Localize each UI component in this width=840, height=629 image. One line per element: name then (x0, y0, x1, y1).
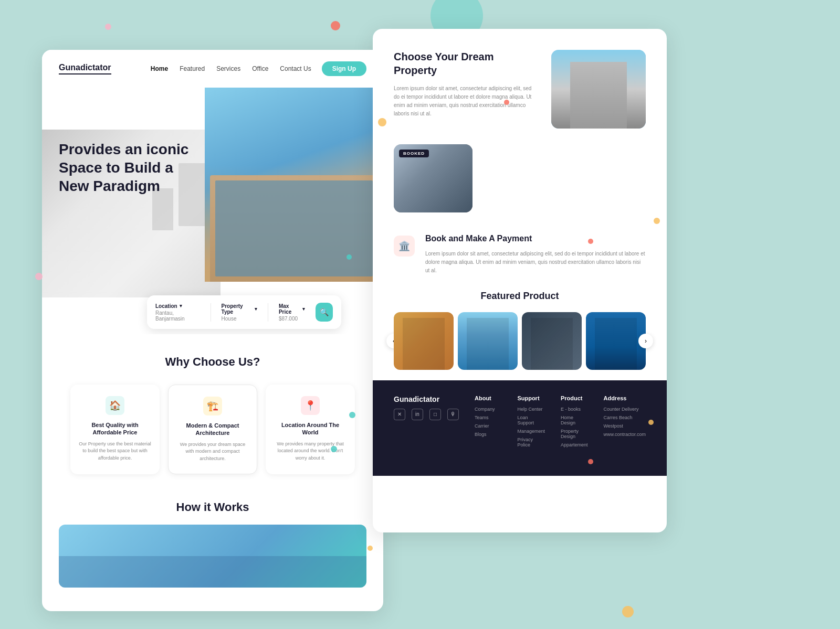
why-title: Why Choose Us? (59, 355, 366, 369)
footer-col-address: Address Counter Delivery Carres Beach We… (603, 395, 646, 451)
featured-carousel: ‹ › (394, 312, 646, 370)
nav-links: Home Featured Services Office Contact Us (151, 65, 311, 72)
featured-grid (394, 312, 646, 370)
nav-office[interactable]: Office (252, 65, 268, 72)
footer-support-title: Support (517, 395, 545, 401)
featured-card-3[interactable] (522, 312, 582, 370)
mic-icon[interactable]: 🎙 (447, 409, 459, 420)
nav-featured[interactable]: Featured (180, 65, 205, 72)
feature-desc-1: Our Property use the best material to bu… (79, 441, 151, 462)
search-bar: Location Rantau, Banjarmasin Property Ty… (147, 295, 341, 329)
footer-about-title: About (475, 395, 501, 401)
footer-counter[interactable]: Counter Delivery (603, 407, 646, 412)
divider-1 (211, 303, 211, 322)
hero-section: Provides an iconic Space to Build a New … (42, 88, 383, 334)
max-price-field[interactable]: Max Price $87.000 (279, 303, 305, 322)
booked-card: BOOKED (394, 144, 472, 212)
footer: Gunadictator ✕ in □ 🎙 About Company Team… (373, 380, 667, 476)
how-section: How it Works (42, 490, 383, 598)
book-title: Book and Make A Payment (425, 233, 646, 244)
nav-services[interactable]: Services (216, 65, 240, 72)
choose-desc: Lorem ipsum dolor sit amet, consectetur … (394, 84, 539, 118)
feature-icon-2: 🏗️ (203, 397, 222, 415)
footer-home-design[interactable]: Home Design (561, 415, 588, 425)
villa-building (210, 175, 378, 282)
location-label: Location (155, 303, 200, 309)
property-value: House (222, 316, 257, 322)
feature-card-3: 📍 Location Around The World We provides … (266, 385, 355, 474)
featured-card-2[interactable] (458, 312, 518, 370)
footer-col-product: Product E - books Home Design Property D… (561, 395, 588, 451)
footer-logo: Gunadictator (394, 395, 459, 403)
footer-blogs[interactable]: Blogs (475, 432, 501, 437)
book-content: Book and Make A Payment Lorem ipsum dolo… (425, 233, 646, 275)
choose-section: Choose Your Dream Property Lorem ipsum d… (373, 29, 667, 144)
instagram-icon[interactable]: □ (429, 409, 441, 420)
footer-teams[interactable]: Teams (475, 415, 501, 420)
hero-main-image (205, 88, 383, 282)
featured-title: Featured Product (394, 291, 646, 302)
feature-title-3: Location Around The World (274, 421, 346, 436)
decorative-dot (622, 606, 634, 617)
building-facade (551, 50, 646, 129)
search-button[interactable]: 🔍 (316, 303, 333, 322)
booked-section: BOOKED (373, 144, 667, 223)
navbar: Gunadictator Home Featured Services Offi… (42, 50, 383, 88)
nav-contact[interactable]: Contact Us (280, 65, 311, 72)
footer-carrier[interactable]: Carrier (475, 423, 501, 429)
feature-desc-2: We provides your dream space with modern… (177, 441, 248, 463)
footer-appartement[interactable]: Appartement (561, 442, 588, 447)
footer-management[interactable]: Management (517, 429, 545, 434)
footer-carres[interactable]: Carres Beach (603, 415, 646, 420)
footer-product-title: Product (561, 395, 588, 401)
book-icon: 🏛️ (394, 236, 415, 257)
features-grid: 🏠 Best Quality with Affordable Price Our… (59, 385, 366, 474)
choose-content: Choose Your Dream Property Lorem ipsum d… (394, 50, 539, 118)
price-value: $87.000 (279, 316, 305, 322)
feature-card-1: 🏠 Best Quality with Affordable Price Our… (70, 385, 160, 474)
book-desc: Lorem ipsum dolor sit amet, consectetur … (425, 250, 646, 275)
feature-title-2: Modern & Compact Architecture (177, 422, 248, 437)
linkedin-icon[interactable]: in (412, 409, 423, 420)
booked-badge: BOOKED (399, 150, 429, 157)
footer-company[interactable]: Company (475, 407, 501, 412)
featured-section: Featured Product ‹ › (373, 285, 667, 380)
footer-property-design[interactable]: Property Design (561, 429, 588, 439)
how-title: How it Works (59, 500, 366, 514)
feature-desc-3: We provides many property that located a… (274, 441, 346, 462)
property-label: Property Type (222, 303, 257, 315)
left-panel: Gunadictator Home Featured Services Offi… (42, 50, 383, 611)
how-image (59, 525, 366, 588)
footer-website[interactable]: www.contractor.com (603, 432, 646, 437)
book-pay-section: 🏛️ Book and Make A Payment Lorem ipsum d… (373, 223, 667, 285)
divider-2 (268, 303, 268, 322)
footer-brand: Gunadictator ✕ in □ 🎙 (394, 395, 459, 451)
search-icon: 🔍 (320, 308, 329, 316)
featured-card-4[interactable] (586, 312, 646, 370)
footer-col-about: About Company Teams Carrier Blogs (475, 395, 501, 451)
feature-title-1: Best Quality with Affordable Price (79, 421, 151, 436)
feature-card-2: 🏗️ Modern & Compact Architecture We prov… (168, 385, 257, 474)
featured-card-1[interactable] (394, 312, 454, 370)
nav-home[interactable]: Home (151, 65, 168, 72)
footer-westpost[interactable]: Westpost (603, 423, 646, 429)
footer-privacy[interactable]: Privacy Police (517, 437, 545, 447)
location-value: Rantau, Banjarmasin (155, 310, 200, 322)
footer-ebooks[interactable]: E - books (561, 407, 588, 412)
footer-socials: ✕ in □ 🎙 (394, 409, 459, 420)
logo: Gunadictator (59, 63, 111, 74)
footer-address-title: Address (603, 395, 646, 401)
location-field[interactable]: Location Rantau, Banjarmasin (155, 303, 200, 322)
twitter-icon[interactable]: ✕ (394, 409, 405, 420)
decorative-dot (331, 21, 340, 30)
right-panel: Choose Your Dream Property Lorem ipsum d… (373, 29, 667, 532)
footer-loan[interactable]: Loan Support (517, 415, 545, 425)
decorative-dot (105, 24, 111, 30)
feature-icon-1: 🏠 (106, 396, 124, 415)
footer-help[interactable]: Help Center (517, 407, 545, 412)
signup-button[interactable]: Sign Up (322, 61, 366, 76)
property-type-field[interactable]: Property Type House (222, 303, 257, 322)
price-label: Max Price (279, 303, 305, 315)
carousel-next-button[interactable]: › (638, 334, 653, 348)
footer-col-support: Support Help Center Loan Support Managem… (517, 395, 545, 451)
